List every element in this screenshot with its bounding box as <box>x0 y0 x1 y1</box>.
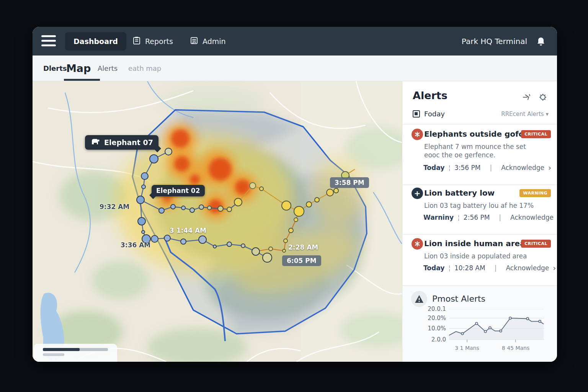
chevron-right-icon[interactable]: › <box>553 263 556 273</box>
alert-time: 10:28 AM <box>454 264 485 272</box>
y-tick-label: 2.0.0 <box>424 336 446 343</box>
today-checkbox-icon[interactable] <box>413 110 420 118</box>
acknowledge-button[interactable]: Acknowledge <box>510 214 554 221</box>
map-scale-widget[interactable] <box>34 344 117 362</box>
gear-icon[interactable] <box>539 93 547 103</box>
tab-map-active[interactable]: Map <box>66 56 91 81</box>
tab-admin[interactable]: Admin <box>190 27 226 56</box>
alert-description: Elephant 7 wm mounce the set eooc the oe… <box>424 142 539 159</box>
alert-description: Lion 03 inside a populated area <box>424 252 539 260</box>
alerts-panel-title: Alerts <box>413 90 448 101</box>
tab-dlerts[interactable]: Dlerts <box>43 56 67 81</box>
alert-day: Warniny <box>423 214 454 221</box>
map-area[interactable]: Elephant 07 Elephant 02 9:32 AM 3:36 AM … <box>33 81 402 362</box>
time-label-358pm: 3:58 PM <box>330 177 369 188</box>
tooltip-elephant-07[interactable]: Elephant 07 <box>85 135 158 150</box>
alert-day: Today <box>423 164 444 172</box>
scale-bar <box>43 348 108 351</box>
plus-alert-icon: + <box>412 188 423 199</box>
severity-badge-critical: CRITICAL <box>521 130 551 138</box>
acknowledge-button[interactable]: Acknowledge <box>501 164 544 172</box>
tab-alerts[interactable]: Alerts <box>98 56 118 81</box>
alert-title: Lion battery low <box>424 188 495 198</box>
y-tick-label: 20.0% <box>424 315 446 322</box>
critical-alert-icon <box>412 238 423 250</box>
alerts-chart-panel: Pmost Alerts 20.0.1 20.0% 10.0% 2.0.0 3 … <box>402 285 557 362</box>
scale-bar-secondary <box>43 353 64 356</box>
chevron-down-icon: ▾ <box>546 111 549 118</box>
time-label-228am: 2:28 AM <box>288 243 318 251</box>
y-tick-label: 20.0.1 <box>424 305 446 312</box>
elephant-icon <box>90 138 100 147</box>
time-label-932am: 9:32 AM <box>100 203 129 211</box>
alert-time: 2:56 PM <box>464 214 490 221</box>
view-tabs-bar: Dlerts Map Alerts eath map <box>33 56 557 81</box>
today-filter-label[interactable]: Foday <box>424 110 445 118</box>
tooltip-elephant-02-label: Elephant 02 <box>156 187 200 194</box>
alert-description: Lion 03 tag battery lou af he 17% <box>424 201 539 210</box>
stack-icon <box>190 37 198 46</box>
chevron-right-icon[interactable]: › <box>548 163 551 172</box>
sort-label: RREcent Alerts <box>501 111 544 118</box>
warning-triangle-icon <box>411 291 427 307</box>
severity-badge-critical: CRITICAL <box>521 240 551 248</box>
tab-admin-label: Admin <box>203 37 226 46</box>
y-tick-label: 10.0% <box>424 325 446 332</box>
map-canvas[interactable] <box>33 81 402 362</box>
severity-badge-warning: WARNING <box>519 189 551 197</box>
tab-reports[interactable]: Reports <box>133 27 173 56</box>
alerts-chart-svg <box>449 309 546 346</box>
alert-card-elephant-geofence[interactable]: Elephants outside gofonce CRITICAL Eleph… <box>402 129 557 182</box>
alert-card-lion-battery[interactable]: + Lion battery low WARNING Lion 03 tag b… <box>402 188 557 232</box>
tooltip-elephant-07-label: Elephant 07 <box>104 138 153 147</box>
clipboard-icon <box>133 36 140 46</box>
brand-title: Park HQ Terminal <box>462 27 527 56</box>
alerts-sidebar: Alerts Foday RREcent Alerts ▾ Elephants … <box>402 81 557 362</box>
acknowledge-button[interactable]: Acknowledge <box>506 264 549 272</box>
tab-dashboard[interactable]: Dashboard <box>65 32 126 51</box>
tooltip-elephant-02[interactable]: Elephant 02 <box>152 185 205 196</box>
time-label-144am: 3 1:44 AM <box>170 227 206 234</box>
alert-time: 3:56 PM <box>454 164 481 172</box>
chart-title: Pmost Alerts <box>432 294 485 304</box>
alert-card-lion-human-area[interactable]: Lion inside human area CRITICAL Lion 03 … <box>402 238 557 282</box>
tab-dashboard-label: Dashboard <box>74 37 118 46</box>
tab-reports-label: Reports <box>145 37 173 46</box>
top-navigation-bar: Dashboard Reports Admin Park HQ Terminal <box>33 27 557 56</box>
menu-icon[interactable] <box>41 35 56 47</box>
recent-alerts-sort[interactable]: RREcent Alerts ▾ <box>501 111 549 118</box>
notification-bell-icon[interactable] <box>536 37 546 48</box>
tab-heat-map[interactable]: eath map <box>128 56 161 81</box>
send-icon[interactable] <box>523 93 531 103</box>
critical-alert-icon <box>412 129 423 140</box>
x-tick-label: 8 45 Mans <box>502 345 529 351</box>
app-window: Dashboard Reports Admin Park HQ Terminal… <box>33 27 557 362</box>
alert-title: Lion inside human area <box>424 239 525 248</box>
time-label-605pm: 6:05 PM <box>282 255 321 266</box>
alert-day: Today <box>423 264 444 272</box>
time-label-336am: 3:36 AM <box>121 241 150 249</box>
x-tick-label: 3 1 Mans <box>455 345 479 351</box>
